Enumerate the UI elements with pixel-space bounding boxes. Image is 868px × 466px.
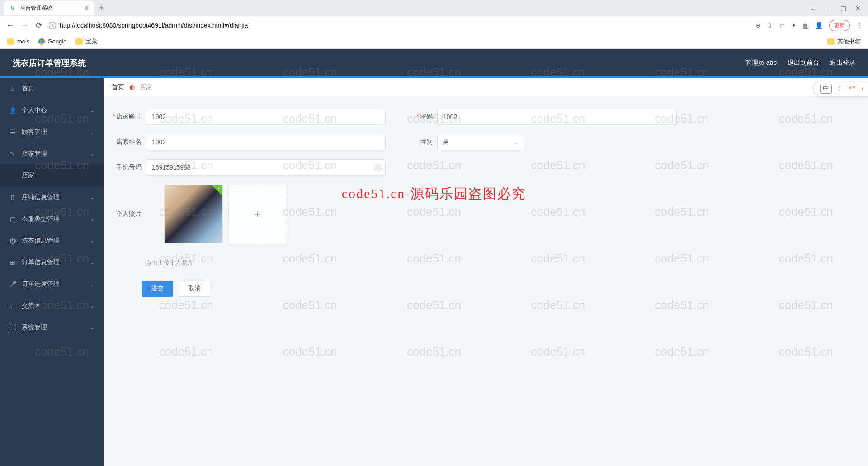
- user-icon: 👤: [9, 107, 16, 114]
- sidebar-item-shop[interactable]: ✎店家管理⌄: [0, 143, 104, 165]
- power-icon: ⏻: [9, 237, 16, 244]
- sidebar-item-personal[interactable]: 👤个人中心⌄: [0, 100, 104, 121]
- phone-label: 手机号码: [113, 163, 146, 171]
- browser-chrome: V 后台管理系统 × + ⌄ — ▢ ✕ ← → ⟳ i http://loca…: [0, 0, 868, 49]
- folder-icon: [75, 38, 83, 45]
- chevron-down-icon: ⌄: [90, 303, 94, 309]
- phone-input[interactable]: [146, 159, 386, 176]
- check-icon: [212, 185, 222, 196]
- sidebar-item-wash-info[interactable]: ⏻洗衣信息管理⌄: [0, 230, 104, 252]
- breadcrumb-home[interactable]: 首页: [112, 83, 124, 91]
- bookmark-tools[interactable]: tools: [7, 38, 29, 45]
- cancel-button[interactable]: 取消: [179, 281, 210, 297]
- zoom-icon[interactable]: ⊖: [755, 22, 761, 29]
- extensions-icon[interactable]: ✦: [791, 22, 797, 29]
- upload-add-button[interactable]: +: [228, 185, 287, 243]
- url-bar[interactable]: i http://localhost:8080/springboot4691l/…: [49, 22, 750, 29]
- chevron-down-icon: ⌄: [90, 216, 94, 222]
- main-content: 首页 ⟬⟭ 店家 店家账号 密码 店家姓名: [104, 78, 868, 466]
- browser-tab[interactable]: V 后台管理系统 ×: [4, 1, 94, 15]
- dropdown-icon[interactable]: ⌄: [811, 5, 816, 12]
- bookmark-other[interactable]: 其他书签: [827, 38, 861, 46]
- quote-icon[interactable]: ❝❞: [849, 85, 856, 92]
- side-panel-icon[interactable]: ▥: [803, 22, 809, 29]
- chart-icon: ▯: [9, 194, 16, 201]
- share-icon[interactable]: ⇧: [767, 22, 773, 29]
- close-icon[interactable]: ×: [85, 4, 89, 12]
- chevron-down-icon: ⌄: [90, 238, 94, 244]
- list-icon: ☰: [9, 128, 16, 136]
- chevron-down-icon: ⌄: [90, 194, 94, 200]
- sidebar-item-store-info[interactable]: ▯店铺信息管理⌄: [0, 186, 104, 208]
- to-front-button[interactable]: 退出到前台: [788, 59, 819, 67]
- bookmark-google[interactable]: Google: [38, 38, 66, 45]
- account-input[interactable]: [146, 109, 386, 125]
- logout-button[interactable]: 退出登录: [830, 59, 855, 67]
- chrome-icon: [38, 38, 45, 45]
- maximize-icon[interactable]: ▢: [840, 5, 846, 12]
- gender-label: 性别: [404, 138, 437, 146]
- password-input[interactable]: [437, 109, 677, 125]
- minimize-icon[interactable]: —: [825, 5, 831, 12]
- bookmark-treasure[interactable]: 宝藏: [75, 38, 97, 46]
- edit-icon: ✎: [9, 150, 16, 157]
- moon-icon[interactable]: ☾: [837, 85, 843, 92]
- breadcrumb-current: 店家: [140, 83, 152, 91]
- gender-select[interactable]: 男: [437, 134, 524, 150]
- chevron-down-icon: ⌄: [90, 151, 94, 157]
- breadcrumb: 首页 ⟬⟭ 店家: [104, 78, 868, 97]
- sidebar-sub-shop[interactable]: 店家: [0, 165, 104, 186]
- sidebar-item-order-progress[interactable]: 🎤订单进度管理⌄: [0, 273, 104, 295]
- site-info-icon[interactable]: i: [49, 22, 56, 29]
- name-label: 店家姓名: [113, 138, 146, 146]
- float-toolbar: 中 ☾ ❝❞ ›: [813, 81, 868, 97]
- clear-icon[interactable]: ✕: [374, 164, 381, 171]
- new-tab-button[interactable]: +: [94, 3, 108, 14]
- tab-title: 后台管理系统: [20, 5, 52, 12]
- forward-button[interactable]: →: [20, 21, 29, 30]
- chevron-down-icon: ⌄: [90, 107, 94, 114]
- chevron-down-icon: ⌄: [90, 129, 94, 135]
- address-bar: ← → ⟳ i http://localhost:8080/springboot…: [0, 16, 868, 34]
- crop-icon: ▢: [9, 215, 16, 223]
- bookmark-bar: tools Google 宝藏 其他书签: [0, 34, 868, 49]
- grid-icon: ⊞: [9, 259, 16, 266]
- app-title: 洗衣店订单管理系统: [13, 57, 86, 68]
- vue-icon: V: [9, 5, 16, 12]
- image-preview[interactable]: [164, 185, 223, 243]
- profile-icon[interactable]: 👤: [815, 22, 823, 29]
- admin-label[interactable]: 管理员 abo: [745, 59, 777, 67]
- photo-label: 个人照片: [113, 210, 146, 218]
- sidebar-item-customer[interactable]: ☰顾客管理⌄: [0, 121, 104, 143]
- menu-icon[interactable]: ⋮: [856, 22, 863, 29]
- close-window-icon[interactable]: ✕: [855, 5, 861, 12]
- lang-button[interactable]: 中: [820, 84, 832, 94]
- reload-button[interactable]: ⟳: [34, 20, 43, 30]
- expand-icon: ⛶: [9, 324, 16, 331]
- back-button[interactable]: ←: [5, 21, 14, 30]
- window-controls: ⌄ — ▢ ✕: [811, 5, 868, 12]
- update-button[interactable]: 更新: [829, 20, 850, 31]
- name-input[interactable]: [146, 134, 386, 150]
- arrow-right-icon[interactable]: ›: [861, 85, 863, 92]
- folder-icon: [827, 38, 835, 45]
- sidebar-item-system[interactable]: ⛶系统管理⌄: [0, 317, 104, 338]
- chevron-down-icon: ⌄: [90, 281, 94, 287]
- home-icon: ⌂: [9, 85, 16, 92]
- star-icon[interactable]: ☆: [779, 22, 785, 29]
- sidebar-item-forum[interactable]: ⇄交流区⌄: [0, 295, 104, 317]
- folder-icon: [7, 38, 14, 45]
- sidebar-item-clothes-type[interactable]: ▢衣服类型管理⌄: [0, 208, 104, 230]
- swap-icon: ⇄: [9, 302, 16, 309]
- breadcrumb-separator-icon: ⟬⟭: [129, 84, 135, 91]
- sidebar-item-home[interactable]: ⌂首页: [0, 78, 104, 100]
- sidebar-item-order-info[interactable]: ⊞订单信息管理⌄: [0, 252, 104, 273]
- form-area: 店家账号 密码 店家姓名 性别 男: [104, 97, 868, 309]
- chevron-down-icon: ⌄: [90, 259, 94, 266]
- chevron-down-icon: ⌄: [90, 324, 94, 331]
- url-text: http://localhost:8080/springboot4691l/ad…: [60, 22, 248, 29]
- mic-icon: 🎤: [9, 281, 16, 288]
- submit-button[interactable]: 提交: [142, 281, 173, 297]
- tab-bar: V 后台管理系统 × + ⌄ — ▢ ✕: [0, 0, 868, 16]
- sidebar: ⌂首页 👤个人中心⌄ ☰顾客管理⌄ ✎店家管理⌄ 店家 ▯店铺信息管理⌄ ▢衣服…: [0, 78, 104, 466]
